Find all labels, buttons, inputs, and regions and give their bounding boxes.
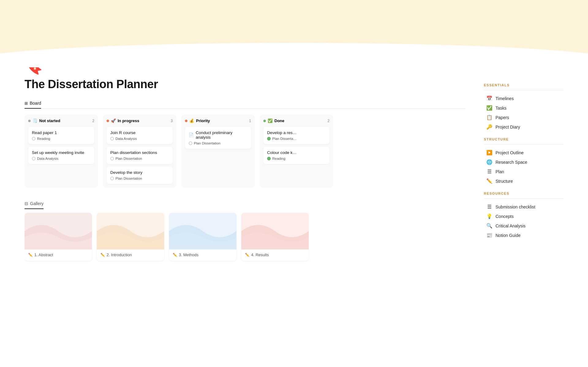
sidebar-item-icon: 📋: [486, 114, 492, 120]
gallery-card-title: ✏️3. Methods: [173, 253, 233, 257]
gallery-card-number: 4. Results: [251, 253, 269, 257]
column-emoji: ✅: [268, 118, 273, 123]
sidebar-item-0[interactable]: ☰Submission checklist: [484, 202, 564, 211]
gallery-label-text: Gallery: [30, 201, 43, 206]
column-dot: [185, 120, 187, 122]
gallery-card[interactable]: ✏️1. Abstract: [24, 213, 92, 261]
board-column-priority: 💰Priority1📄Conduct preliminary analysisP…: [181, 115, 255, 188]
card-title: Plan dissertation sections: [110, 150, 169, 155]
sidebar-item-label: Project Outline: [496, 150, 524, 155]
card-title: Develop the story: [110, 170, 169, 175]
board-card[interactable]: Develop a res…Plan Disserta…: [263, 127, 330, 144]
board-card[interactable]: Plan dissertation sectionsPlan Dissertat…: [107, 147, 173, 164]
column-header-in-progress: 🚀In progress3: [107, 118, 173, 123]
sidebar-item-1[interactable]: 💡Concepts: [484, 212, 564, 221]
gallery-card[interactable]: ✏️3. Methods: [169, 213, 236, 261]
column-dot: [107, 120, 109, 122]
board-column-in-progress: 🚀In progress3Join R courseData AnalysisP…: [103, 115, 176, 188]
column-count: 3: [171, 119, 173, 123]
sidebar-item-3[interactable]: ✏️Structure: [484, 177, 564, 185]
sidebar-item-2[interactable]: 📋Papers: [484, 113, 564, 122]
tag-circle: [110, 177, 114, 180]
tag-circle: [110, 137, 114, 140]
tag-circle: [267, 157, 271, 160]
tag-label: Data Analysis: [115, 137, 137, 140]
sidebar-item-icon: 📰: [486, 232, 492, 238]
board-card[interactable]: Develop the storyPlan Dissertation: [107, 167, 173, 184]
board-card[interactable]: Read paper 1Reading: [28, 127, 94, 144]
gallery-card-title: ✏️2. Introduction: [100, 253, 160, 257]
sidebar-item-2[interactable]: ☰Plan: [484, 167, 564, 176]
column-dot: [28, 120, 31, 122]
gallery: ✏️1. Abstract ✏️2. Introduction ✏️3. Met…: [24, 213, 466, 264]
sidebar-item-icon: 🌐: [486, 159, 492, 165]
sidebar-item-label: Structure: [496, 179, 513, 184]
board: 🗒️Not started2Read paper 1ReadingSet up …: [24, 115, 466, 191]
essentials-divider: [484, 90, 564, 90]
board-card[interactable]: 📄Conduct preliminary analysisPlan Disser…: [185, 127, 251, 149]
sidebar-item-3[interactable]: 📰Notion Guide: [484, 231, 564, 240]
tab-board[interactable]: ⊞ Board: [24, 101, 41, 109]
sidebar-item-3[interactable]: 🔑Project Diary: [484, 122, 564, 131]
board-tab-label: Board: [30, 101, 41, 106]
gallery-card-title: ✏️1. Abstract: [28, 253, 88, 257]
gallery-card-title: ✏️4. Results: [245, 253, 305, 257]
gallery-card-body: ✏️4. Results: [241, 249, 309, 261]
column-emoji: 🗒️: [32, 118, 37, 123]
resources-divider: [484, 198, 564, 199]
gallery-card-number: 2. Introduction: [107, 253, 132, 257]
gallery-card[interactable]: ✏️4. Results: [241, 213, 309, 261]
sidebar: ESSENTIALS 📅Timelines✅Tasks📋Papers🔑Proje…: [484, 67, 564, 264]
board-tab-icon: ⊞: [24, 101, 28, 106]
card-title: Join R course: [110, 130, 169, 135]
tag-circle: [32, 157, 36, 160]
card-tag: Reading: [32, 137, 91, 140]
sidebar-item-2[interactable]: 🔍Critical Analysis: [484, 221, 564, 230]
column-header-priority: 💰Priority1: [185, 118, 251, 123]
tag-label: Data Analysis: [37, 157, 58, 160]
sidebar-item-icon: 🔍: [486, 223, 492, 229]
gallery-card-image: [24, 213, 92, 249]
sidebar-item-icon: 📅: [486, 95, 492, 101]
sidebar-item-1[interactable]: ✅Tasks: [484, 103, 564, 112]
board-column-done: ✅Done2Develop a res…Plan Disserta…Colour…: [260, 115, 333, 188]
card-title: Colour code k…: [267, 150, 326, 155]
board-card[interactable]: Join R courseData Analysis: [107, 127, 173, 144]
card-icon: 📄: [189, 133, 194, 137]
card-tag: Plan Dissertation: [110, 157, 169, 160]
card-tag: Data Analysis: [110, 137, 169, 140]
resources-label: RESOURCES: [484, 192, 564, 195]
sidebar-item-label: Project Diary: [496, 125, 520, 129]
tag-circle: [267, 137, 271, 140]
card-tag: Plan Dissertation: [189, 141, 247, 145]
sidebar-item-icon: ☰: [486, 169, 492, 174]
gallery-icon: ⊟: [24, 201, 28, 206]
sidebar-item-label: Critical Analysis: [496, 223, 526, 228]
tag-label: Reading: [272, 157, 285, 160]
gallery-edit-icon: ✏️: [28, 253, 33, 257]
sidebar-item-0[interactable]: ▶️Project Outline: [484, 148, 564, 157]
sidebar-item-1[interactable]: 🌐Research Space: [484, 158, 564, 167]
gallery-section-label[interactable]: ⊟ Gallery: [24, 201, 43, 209]
sidebar-item-label: Notion Guide: [496, 233, 521, 238]
board-card[interactable]: Set up weekly meeting inviteData Analysi…: [28, 147, 94, 164]
gallery-card[interactable]: ✏️2. Introduction: [97, 213, 164, 261]
card-title: Develop a res…: [267, 130, 326, 135]
gallery-card-image: [169, 213, 236, 249]
sidebar-item-label: Research Space: [496, 160, 527, 165]
gallery-card-body: ✏️3. Methods: [169, 249, 236, 261]
gallery-card-body: ✏️1. Abstract: [24, 249, 92, 261]
column-label: Done: [274, 118, 285, 123]
tag-label: Plan Disserta…: [272, 137, 297, 140]
sidebar-item-label: Timelines: [496, 96, 514, 101]
tag-label: Plan Dissertation: [115, 157, 142, 160]
column-emoji: 🚀: [111, 118, 116, 123]
column-label: In progress: [118, 118, 139, 123]
tag-circle: [110, 157, 114, 160]
board-card[interactable]: Colour code k…Reading: [263, 147, 330, 164]
card-tag: Data Analysis: [32, 157, 91, 160]
sidebar-item-icon: ☰: [486, 204, 492, 210]
sidebar-item-icon: ▶️: [486, 150, 492, 155]
sidebar-item-0[interactable]: 📅Timelines: [484, 94, 564, 103]
page-title: The Dissertation Planner: [24, 78, 466, 91]
